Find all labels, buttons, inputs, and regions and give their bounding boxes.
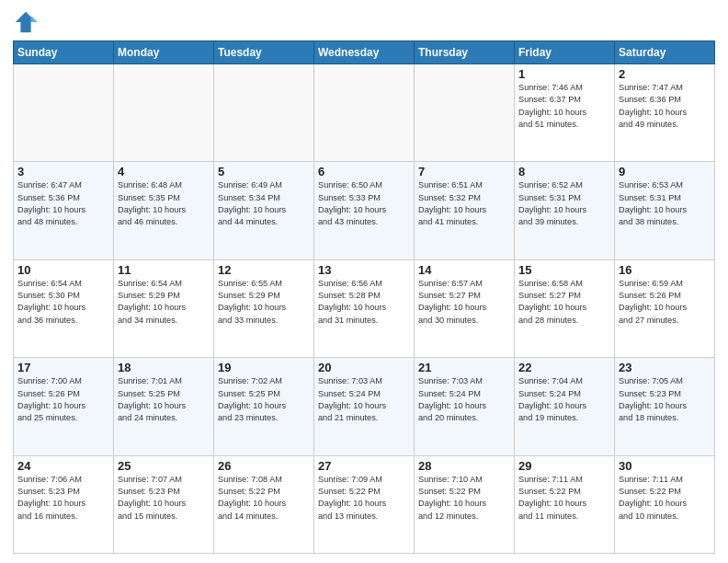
day-info: Sunrise: 6:52 AMSunset: 5:31 PMDaylight:… — [518, 179, 610, 228]
day-number: 18 — [118, 361, 210, 374]
weekday-header-monday: Monday — [114, 41, 214, 64]
day-number: 22 — [518, 361, 610, 374]
day-info: Sunrise: 7:47 AMSunset: 6:36 PMDaylight:… — [619, 82, 711, 131]
calendar-cell: 16Sunrise: 6:59 AMSunset: 5:26 PMDayligh… — [615, 259, 715, 357]
day-number: 7 — [418, 165, 510, 178]
svg-marker-1 — [31, 16, 38, 22]
day-info: Sunrise: 7:00 AMSunset: 5:26 PMDaylight:… — [17, 375, 109, 424]
calendar-cell: 29Sunrise: 7:11 AMSunset: 5:22 PMDayligh… — [515, 455, 615, 553]
calendar-week-row: 1Sunrise: 7:46 AMSunset: 6:37 PMDaylight… — [14, 64, 715, 162]
day-info: Sunrise: 7:10 AMSunset: 5:22 PMDaylight:… — [418, 474, 510, 523]
day-number: 5 — [218, 165, 310, 178]
day-info: Sunrise: 7:11 AMSunset: 5:22 PMDaylight:… — [518, 474, 610, 523]
calendar-cell: 11Sunrise: 6:54 AMSunset: 5:29 PMDayligh… — [114, 259, 214, 357]
calendar-cell: 9Sunrise: 6:53 AMSunset: 5:31 PMDaylight… — [615, 162, 715, 259]
day-number: 2 — [619, 67, 711, 81]
calendar-cell: 5Sunrise: 6:49 AMSunset: 5:34 PMDaylight… — [214, 162, 314, 259]
day-number: 11 — [118, 263, 210, 277]
day-info: Sunrise: 6:47 AMSunset: 5:36 PMDaylight:… — [17, 179, 109, 228]
day-info: Sunrise: 6:51 AMSunset: 5:32 PMDaylight:… — [418, 179, 510, 228]
calendar-header-row: SundayMondayTuesdayWednesdayThursdayFrid… — [14, 41, 715, 64]
day-number: 8 — [518, 165, 610, 178]
day-info: Sunrise: 7:02 AMSunset: 5:25 PMDaylight:… — [218, 375, 310, 424]
day-number: 12 — [218, 263, 310, 277]
weekday-header-friday: Friday — [515, 41, 615, 64]
calendar-cell: 3Sunrise: 6:47 AMSunset: 5:36 PMDaylight… — [14, 162, 114, 259]
day-info: Sunrise: 6:55 AMSunset: 5:29 PMDaylight:… — [218, 278, 310, 327]
calendar-cell: 23Sunrise: 7:05 AMSunset: 5:23 PMDayligh… — [615, 358, 715, 455]
day-info: Sunrise: 7:46 AMSunset: 6:37 PMDaylight:… — [518, 82, 610, 131]
day-number: 9 — [619, 165, 711, 178]
day-number: 30 — [619, 459, 711, 473]
calendar-cell: 12Sunrise: 6:55 AMSunset: 5:29 PMDayligh… — [214, 259, 314, 357]
calendar-cell — [14, 64, 114, 162]
calendar-cell: 8Sunrise: 6:52 AMSunset: 5:31 PMDaylight… — [515, 162, 615, 259]
calendar-cell: 27Sunrise: 7:09 AMSunset: 5:22 PMDayligh… — [314, 455, 415, 553]
day-number: 28 — [418, 459, 510, 473]
day-info: Sunrise: 6:54 AMSunset: 5:29 PMDaylight:… — [118, 278, 210, 327]
calendar-cell: 15Sunrise: 6:58 AMSunset: 5:27 PMDayligh… — [515, 259, 615, 357]
day-info: Sunrise: 7:05 AMSunset: 5:23 PMDaylight:… — [619, 375, 711, 424]
day-number: 4 — [118, 165, 210, 178]
calendar-week-row: 24Sunrise: 7:06 AMSunset: 5:23 PMDayligh… — [14, 455, 715, 553]
page: SundayMondayTuesdayWednesdayThursdayFrid… — [0, 0, 728, 563]
day-number: 6 — [318, 165, 410, 178]
day-number: 21 — [418, 361, 510, 374]
calendar-cell: 24Sunrise: 7:06 AMSunset: 5:23 PMDayligh… — [14, 455, 114, 553]
day-number: 13 — [318, 263, 410, 277]
day-info: Sunrise: 7:06 AMSunset: 5:23 PMDaylight:… — [17, 474, 109, 523]
calendar-cell — [415, 64, 515, 162]
calendar-cell: 21Sunrise: 7:03 AMSunset: 5:24 PMDayligh… — [415, 358, 515, 455]
day-number: 19 — [218, 361, 310, 374]
day-info: Sunrise: 6:48 AMSunset: 5:35 PMDaylight:… — [118, 179, 210, 228]
logo-icon — [13, 9, 39, 35]
day-info: Sunrise: 7:01 AMSunset: 5:25 PMDaylight:… — [118, 375, 210, 424]
calendar-cell: 17Sunrise: 7:00 AMSunset: 5:26 PMDayligh… — [14, 358, 114, 455]
day-info: Sunrise: 7:03 AMSunset: 5:24 PMDaylight:… — [418, 375, 510, 424]
day-info: Sunrise: 6:56 AMSunset: 5:28 PMDaylight:… — [318, 278, 410, 327]
calendar: SundayMondayTuesdayWednesdayThursdayFrid… — [13, 40, 715, 554]
day-number: 29 — [518, 459, 610, 473]
day-number: 14 — [418, 263, 510, 277]
weekday-header-tuesday: Tuesday — [214, 41, 314, 64]
calendar-cell: 18Sunrise: 7:01 AMSunset: 5:25 PMDayligh… — [114, 358, 214, 455]
calendar-cell: 7Sunrise: 6:51 AMSunset: 5:32 PMDaylight… — [415, 162, 515, 259]
day-info: Sunrise: 7:03 AMSunset: 5:24 PMDaylight:… — [318, 375, 410, 424]
calendar-cell: 28Sunrise: 7:10 AMSunset: 5:22 PMDayligh… — [415, 455, 515, 553]
weekday-header-wednesday: Wednesday — [314, 41, 415, 64]
calendar-cell: 13Sunrise: 6:56 AMSunset: 5:28 PMDayligh… — [314, 259, 415, 357]
logo — [13, 9, 40, 35]
day-number: 10 — [17, 263, 109, 277]
day-info: Sunrise: 6:58 AMSunset: 5:27 PMDaylight:… — [518, 278, 610, 327]
calendar-cell: 25Sunrise: 7:07 AMSunset: 5:23 PMDayligh… — [114, 455, 214, 553]
calendar-cell: 30Sunrise: 7:11 AMSunset: 5:22 PMDayligh… — [615, 455, 715, 553]
calendar-cell: 22Sunrise: 7:04 AMSunset: 5:24 PMDayligh… — [515, 358, 615, 455]
calendar-cell — [314, 64, 415, 162]
calendar-cell — [114, 64, 214, 162]
day-info: Sunrise: 6:53 AMSunset: 5:31 PMDaylight:… — [619, 179, 711, 228]
calendar-week-row: 17Sunrise: 7:00 AMSunset: 5:26 PMDayligh… — [14, 358, 715, 455]
day-number: 16 — [619, 263, 711, 277]
weekday-header-saturday: Saturday — [615, 41, 715, 64]
day-info: Sunrise: 7:11 AMSunset: 5:22 PMDaylight:… — [619, 474, 711, 523]
calendar-week-row: 10Sunrise: 6:54 AMSunset: 5:30 PMDayligh… — [14, 259, 715, 357]
day-number: 23 — [619, 361, 711, 374]
calendar-cell: 6Sunrise: 6:50 AMSunset: 5:33 PMDaylight… — [314, 162, 415, 259]
day-info: Sunrise: 6:57 AMSunset: 5:27 PMDaylight:… — [418, 278, 510, 327]
calendar-cell: 2Sunrise: 7:47 AMSunset: 6:36 PMDaylight… — [615, 64, 715, 162]
day-info: Sunrise: 7:07 AMSunset: 5:23 PMDaylight:… — [118, 474, 210, 523]
day-number: 27 — [318, 459, 410, 473]
day-number: 25 — [118, 459, 210, 473]
calendar-cell: 1Sunrise: 7:46 AMSunset: 6:37 PMDaylight… — [515, 64, 615, 162]
calendar-week-row: 3Sunrise: 6:47 AMSunset: 5:36 PMDaylight… — [14, 162, 715, 259]
day-info: Sunrise: 6:50 AMSunset: 5:33 PMDaylight:… — [318, 179, 410, 228]
weekday-header-thursday: Thursday — [415, 41, 515, 64]
calendar-cell: 10Sunrise: 6:54 AMSunset: 5:30 PMDayligh… — [14, 259, 114, 357]
calendar-cell: 26Sunrise: 7:08 AMSunset: 5:22 PMDayligh… — [214, 455, 314, 553]
calendar-cell: 4Sunrise: 6:48 AMSunset: 5:35 PMDaylight… — [114, 162, 214, 259]
day-info: Sunrise: 7:08 AMSunset: 5:22 PMDaylight:… — [218, 474, 310, 523]
calendar-cell: 14Sunrise: 6:57 AMSunset: 5:27 PMDayligh… — [415, 259, 515, 357]
day-number: 20 — [318, 361, 410, 374]
calendar-cell — [214, 64, 314, 162]
weekday-header-sunday: Sunday — [14, 41, 114, 64]
